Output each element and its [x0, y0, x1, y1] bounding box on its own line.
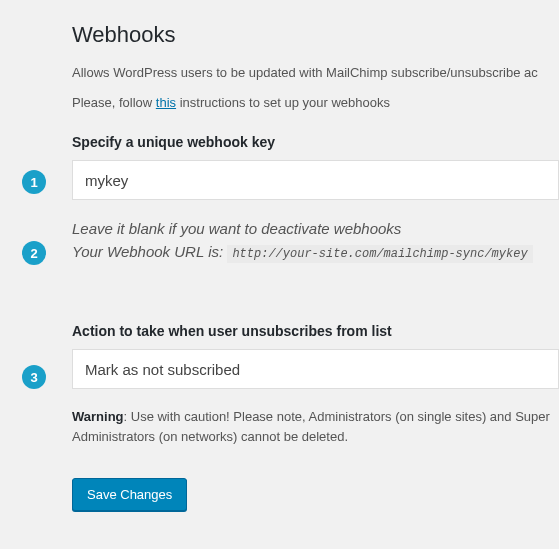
hint-url-pre: Your Webhook URL is: [72, 243, 227, 260]
webhook-key-input[interactable] [72, 160, 559, 200]
description-text: Allows WordPress users to be updated wit… [72, 64, 559, 82]
webhook-hint: Leave it blank if you want to deactivate… [72, 218, 559, 263]
hint-url-line: Your Webhook URL is: http://your-site.co… [72, 241, 559, 264]
instructions-text: Please, follow this instructions to set … [72, 94, 559, 112]
settings-panel: Webhooks Allows WordPress users to be up… [0, 0, 559, 511]
instructions-pre: Please, follow [72, 95, 156, 110]
warning-text: Warning: Use with caution! Please note, … [72, 407, 559, 446]
webhook-url-code: http://your-site.com/mailchimp-sync/myke… [227, 245, 532, 263]
webhook-key-label: Specify a unique webhook key [72, 134, 559, 150]
annotation-badge-2: 2 [22, 241, 46, 265]
page-title: Webhooks [72, 22, 559, 48]
warning-bold: Warning [72, 409, 124, 424]
annotation-badge-3: 3 [22, 365, 46, 389]
hint-deactivate: Leave it blank if you want to deactivate… [72, 218, 559, 241]
instructions-post: instructions to set up your webhooks [176, 95, 390, 110]
warning-body: : Use with caution! Please note, Adminis… [72, 409, 550, 444]
save-button[interactable]: Save Changes [72, 478, 187, 511]
unsubscribe-action-label: Action to take when user unsubscribes fr… [72, 323, 559, 339]
annotation-badge-1: 1 [22, 170, 46, 194]
instructions-link[interactable]: this [156, 95, 176, 110]
unsubscribe-action-value: Mark as not subscribed [85, 361, 240, 378]
unsubscribe-action-select[interactable]: Mark as not subscribed [72, 349, 559, 389]
